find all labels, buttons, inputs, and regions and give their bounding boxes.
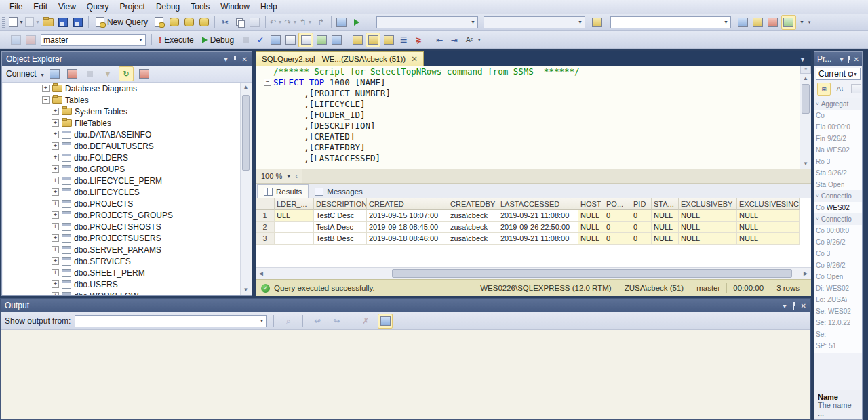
grid-cell[interactable]: NULL <box>652 222 679 233</box>
window-menu-icon[interactable]: ▾ <box>783 302 787 310</box>
tree-item[interactable]: +dbo.SERVER_PARAMS <box>3 244 251 255</box>
save-button[interactable] <box>56 16 70 29</box>
tree-item[interactable]: +dbo.SERVICES <box>3 255 251 267</box>
expander-icon[interactable]: + <box>52 280 59 288</box>
disconnect-object-button[interactable] <box>66 67 79 81</box>
available-databases-combo[interactable]: master▼ <box>41 34 146 46</box>
grid-cell[interactable]: zusa\cbeck <box>448 233 498 245</box>
grid-cell[interactable]: 0 <box>631 222 652 233</box>
grid-cell[interactable] <box>275 222 314 233</box>
start-button[interactable] <box>350 16 363 29</box>
grid-cell[interactable]: 0 <box>631 210 652 222</box>
find-message-button[interactable]: ⌕ <box>281 314 295 328</box>
menu-item-help[interactable]: Help <box>255 1 283 13</box>
grid-cell[interactable]: 0 <box>604 210 631 222</box>
grid-cell[interactable]: NULL <box>652 210 679 222</box>
row-number-cell[interactable]: 2 <box>256 222 275 233</box>
menu-item-file[interactable]: File <box>4 1 28 13</box>
grid-cell[interactable]: NULL <box>578 210 604 222</box>
grid-cell[interactable]: zusa\cbeck <box>448 222 498 233</box>
results-to-text-button[interactable] <box>351 33 364 47</box>
toolbar-combo-2[interactable]: ▼ <box>484 16 585 28</box>
new-item-button[interactable]: ▼ <box>9 16 24 29</box>
zoom-dropdown-icon[interactable]: ▼ <box>286 174 291 179</box>
paste-button[interactable] <box>248 16 262 29</box>
toggle-word-wrap-button[interactable] <box>378 314 393 329</box>
property-row[interactable]: Co9/26/2 <box>814 259 862 271</box>
tree-item[interactable]: +dbo.WORKFLOW <box>3 290 251 295</box>
disconnect-button[interactable] <box>24 33 37 47</box>
scroll-down-icon[interactable]: ▼ <box>800 159 811 169</box>
tree-item[interactable]: +dbo.PROJECTSHOSTS <box>3 221 251 232</box>
refresh-button[interactable]: ↻ <box>119 66 134 81</box>
navigate-forward-button[interactable]: ↱ <box>314 16 328 29</box>
grid-header-cell[interactable]: PID <box>631 198 652 210</box>
close-icon[interactable]: ✕ <box>801 302 806 310</box>
xmla-query-button[interactable] <box>197 16 211 29</box>
tree-item[interactable]: −Tables <box>3 94 251 106</box>
close-icon[interactable]: ✕ <box>242 56 248 63</box>
intellisense-button[interactable] <box>298 33 313 47</box>
close-icon[interactable]: ✕ <box>854 56 859 63</box>
estimated-plan-button[interactable] <box>269 33 282 47</box>
property-row[interactable]: Co00:00:0 <box>814 225 862 236</box>
new-query-button[interactable]: New Query <box>92 16 151 29</box>
toolbar-grip[interactable] <box>2 35 5 45</box>
parse-button[interactable]: ✓ <box>254 33 267 47</box>
property-row[interactable]: Co3 <box>814 248 862 259</box>
grid-header-cell[interactable] <box>256 198 275 210</box>
editor-scrollbar[interactable]: ≡ ▲ ▼ <box>800 66 811 169</box>
tab-list-dropdown-icon[interactable]: ▼ <box>800 56 811 66</box>
grid-cell[interactable]: NULL <box>737 222 800 233</box>
results-hscrollbar[interactable]: ◄ ► <box>256 267 811 279</box>
template-explorer-button[interactable] <box>751 16 765 29</box>
toolbar-grip[interactable] <box>2 17 5 28</box>
menu-item-window[interactable]: Window <box>215 1 255 13</box>
zoom-level[interactable]: 100 % <box>256 172 285 180</box>
open-file-button[interactable] <box>41 16 55 29</box>
tree-item[interactable]: +dbo.PROJECTS <box>3 198 251 209</box>
grid-cell[interactable]: NULL <box>679 233 737 245</box>
tree-item[interactable]: +dbo.SHEET_PERM <box>3 267 251 278</box>
output-titlebar[interactable]: Output ▾ ✕ <box>1 299 810 312</box>
expander-icon[interactable]: + <box>52 292 59 295</box>
scrollbar-thumb[interactable] <box>802 84 810 114</box>
grid-cell[interactable]: NULL <box>679 210 737 222</box>
expander-icon[interactable]: + <box>52 269 59 276</box>
pin-icon[interactable] <box>846 56 852 63</box>
tree-scrollbar[interactable]: ▲ ▼ <box>240 83 251 295</box>
grid-header-cell[interactable]: STA... <box>652 198 679 210</box>
increase-indent-button[interactable]: ⇥ <box>448 33 461 47</box>
categorized-button[interactable]: ⊞ <box>817 83 831 96</box>
registered-servers-button[interactable] <box>736 16 750 29</box>
grid-header-cell[interactable]: CREATEDBY <box>448 198 498 210</box>
object-explorer-button[interactable] <box>781 15 796 30</box>
next-message-button[interactable]: ↬ <box>330 314 343 328</box>
scroll-right-icon[interactable]: ► <box>800 268 811 279</box>
property-row[interactable]: Ro3 <box>814 156 862 167</box>
menu-item-debug[interactable]: Debug <box>151 1 185 13</box>
grid-cell[interactable]: 2019-09-21 11:08:00 <box>498 210 578 222</box>
grid-cell[interactable]: zusa\cbeck <box>448 210 498 222</box>
scroll-down-icon[interactable]: ▼ <box>241 285 251 295</box>
expander-icon[interactable]: + <box>52 131 59 138</box>
menu-item-query[interactable]: Query <box>81 1 115 13</box>
expander-icon[interactable]: + <box>52 119 59 127</box>
property-row[interactable]: StaOpen <box>814 179 862 190</box>
tree-item[interactable]: +Database Diagrams <box>3 83 251 94</box>
grid-cell[interactable]: NULL <box>737 233 800 245</box>
grid-cell[interactable]: TestB Desc <box>314 233 367 245</box>
properties-object-combo[interactable]: Current co▼ <box>816 68 861 80</box>
grid-cell[interactable]: TestA Desc <box>314 222 367 233</box>
grid-cell[interactable]: NULL <box>578 233 604 245</box>
grid-cell[interactable]: 0 <box>604 233 631 245</box>
expander-icon[interactable]: + <box>42 85 50 92</box>
collapse-region-icon[interactable]: − <box>264 79 271 86</box>
pin-icon[interactable] <box>232 56 238 63</box>
activity-monitor-button[interactable] <box>335 16 349 29</box>
expander-icon[interactable]: + <box>52 165 59 173</box>
tree-item[interactable]: +dbo.FOLDERS <box>3 152 251 163</box>
grid-cell[interactable]: TestC Desc <box>314 210 367 222</box>
tree-item[interactable]: +dbo.DEFAULTUSERS <box>3 140 251 152</box>
property-section[interactable]: ˅Connectio <box>814 190 862 202</box>
